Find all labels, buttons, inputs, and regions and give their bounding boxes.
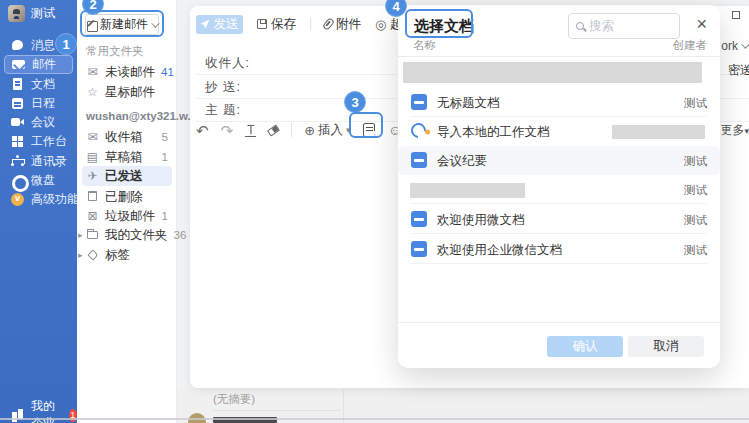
mail-icon xyxy=(12,58,25,71)
annotation-badge-3: 3 xyxy=(344,91,366,113)
save-icon xyxy=(257,19,267,29)
sidebar-item-docs[interactable]: 文档 xyxy=(4,75,73,94)
toolbar-divider xyxy=(310,17,311,31)
sidebar-item-advanced[interactable]: 高级功能 xyxy=(4,190,73,209)
account-switcher-cut[interactable]: ork xyxy=(721,39,747,53)
draft-icon: ▤ xyxy=(86,151,99,163)
more-dropdown[interactable]: 更多▾ xyxy=(720,122,749,139)
expand-arrow-icon[interactable]: ▸ xyxy=(78,231,83,240)
advanced-features-icon xyxy=(11,193,24,206)
column-creator: 创建者 xyxy=(673,38,708,53)
folder-sent[interactable]: ✈ 已发送 xyxy=(82,166,172,186)
sent-icon: ✈ xyxy=(86,170,99,182)
maximize-button[interactable] xyxy=(732,11,740,19)
folder-starred[interactable]: ☆ 星标邮件 xyxy=(82,82,172,102)
annotation-box-insert-doc xyxy=(349,112,383,138)
import-document-icon xyxy=(408,120,429,141)
expand-arrow-icon[interactable]: ▸ xyxy=(78,251,83,260)
save-button[interactable]: 保存 xyxy=(257,16,296,33)
account-address[interactable]: wushan@xty321.w... xyxy=(86,110,197,122)
annotation-box-new-mail xyxy=(80,10,164,37)
draft-count: 1 xyxy=(162,151,168,163)
user-name: 测试 xyxy=(31,5,55,22)
document-icon xyxy=(411,152,427,168)
current-user[interactable]: 测试 xyxy=(8,5,55,22)
plus-circle-icon: ⊕ xyxy=(304,124,315,137)
search-icon xyxy=(576,22,584,30)
inbox-icon: ✉ xyxy=(86,131,99,143)
junk-icon: ⊠ xyxy=(86,210,99,222)
toolbar-divider xyxy=(291,123,292,137)
search-box[interactable] xyxy=(568,13,680,39)
close-icon[interactable]: × xyxy=(696,15,707,33)
folder-panel: 新建邮件 常用文件夹 ✉ 未读邮件 41 ☆ 星标邮件 wushan@xty32… xyxy=(77,0,177,423)
folder-icon xyxy=(86,229,99,242)
unread-count: 41 xyxy=(161,66,174,78)
cancel-button[interactable]: 取消 xyxy=(628,336,704,357)
redacted-name-bar xyxy=(410,183,525,198)
search-input[interactable] xyxy=(589,19,669,33)
sidebar-item-workbench[interactable]: 工作台 xyxy=(4,132,73,151)
document-icon xyxy=(411,211,427,227)
doc-row-redacted-name[interactable]: 测试 xyxy=(398,175,720,204)
sidebar-item-calendar[interactable]: 日程 xyxy=(4,94,73,113)
redacted-creator-bar xyxy=(612,125,705,139)
format-toolbar: ↶ ↷ ⊕ 插入 ▾ xyxy=(196,116,375,144)
bcc-link[interactable]: 密送 xyxy=(728,62,749,79)
attachment-button[interactable]: 附件 xyxy=(325,16,361,33)
mail-summary-text: (无摘要) xyxy=(213,392,255,407)
chevron-down-icon xyxy=(741,40,749,48)
redacted-bar xyxy=(403,62,702,83)
my-folders-count: 36 xyxy=(174,229,187,241)
window-bottom-edge xyxy=(0,418,749,420)
annotation-badge-1: 1 xyxy=(55,33,77,55)
doc-row-import-local[interactable]: 导入本地的工作文档 xyxy=(398,117,720,146)
folder-drafts[interactable]: ▤ 草稿箱 1 xyxy=(82,147,172,167)
document-icon xyxy=(411,94,427,110)
list-header: 名称 创建者 xyxy=(413,38,707,53)
doc-row-untitled[interactable]: 无标题文档 测试 xyxy=(398,88,720,117)
undo-icon[interactable]: ↶ xyxy=(196,123,209,138)
doc-row-redacted[interactable] xyxy=(398,59,720,88)
text-format-icon[interactable] xyxy=(245,124,256,136)
list-divider xyxy=(213,410,341,411)
folder-tags[interactable]: ▸ 标签 xyxy=(82,245,172,265)
unread-mail-icon: ✉ xyxy=(86,66,99,78)
drive-icon xyxy=(11,174,24,187)
folder-my-folders[interactable]: ▸ 我的文件夹 36 xyxy=(82,225,172,245)
sidebar-item-contacts[interactable]: 通讯录 xyxy=(4,152,73,171)
inbox-count: 5 xyxy=(162,131,168,143)
paperclip-icon xyxy=(322,17,335,31)
sidebar-item-meeting[interactable]: 会议 xyxy=(4,113,73,132)
row-divider xyxy=(411,263,707,264)
folder-deleted[interactable]: 已删除 xyxy=(82,187,172,207)
redo-icon[interactable]: ↷ xyxy=(221,123,234,138)
sidebar-item-drive[interactable]: 微盘 xyxy=(4,171,73,190)
folder-unread[interactable]: ✉ 未读邮件 41 xyxy=(82,62,172,82)
sidebar-item-mail[interactable]: 邮件 xyxy=(4,55,73,74)
folder-section-label: 常用文件夹 xyxy=(86,44,144,59)
star-icon: ☆ xyxy=(86,86,99,98)
confirm-button[interactable]: 确认 xyxy=(547,336,623,357)
doc-row-welcome-wecom-doc[interactable]: 欢迎使用企业微信文档 测试 xyxy=(398,235,720,264)
document-icon xyxy=(411,241,427,257)
contacts-icon xyxy=(11,155,24,168)
trash-icon xyxy=(86,191,99,204)
column-name: 名称 xyxy=(413,38,436,53)
folder-junk[interactable]: ⊠ 垃圾邮件 1 xyxy=(82,206,172,226)
doc-row-meeting-minutes[interactable]: 会议纪要 测试 xyxy=(398,146,720,175)
footer-divider xyxy=(398,322,720,323)
junk-count: 1 xyxy=(162,210,168,222)
insert-dropdown[interactable]: ⊕ 插入 ▾ xyxy=(304,122,350,139)
user-avatar xyxy=(8,5,25,22)
chat-icon xyxy=(11,39,24,52)
annotation-box-dialog-title xyxy=(405,9,473,38)
workbench-icon xyxy=(11,135,24,148)
clear-format-icon[interactable] xyxy=(267,124,280,136)
row-divider xyxy=(411,233,707,234)
folder-inbox[interactable]: ✉ 收件箱 5 xyxy=(82,127,172,147)
send-button[interactable]: 发送 xyxy=(196,15,243,34)
calendar-icon xyxy=(11,97,24,110)
doc-row-welcome-wedoc[interactable]: 欢迎使用微文档 测试 xyxy=(398,205,720,234)
select-document-dialog: 选择文档 × 名称 创建者 无标题文档 测试 导入本地的工作文档 会议纪要 xyxy=(398,5,720,368)
